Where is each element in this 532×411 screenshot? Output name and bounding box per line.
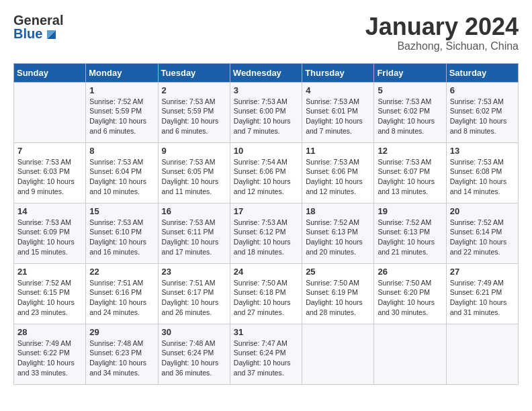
calendar-cell: 8Sunrise: 7:53 AM Sunset: 6:04 PM Daylig… xyxy=(86,142,158,203)
day-number: 20 xyxy=(450,206,515,216)
day-number: 7 xyxy=(17,146,82,156)
day-info: Sunrise: 7:47 AM Sunset: 6:24 PM Dayligh… xyxy=(234,338,298,378)
day-info: Sunrise: 7:48 AM Sunset: 6:23 PM Dayligh… xyxy=(89,338,154,378)
calendar-cell: 18Sunrise: 7:52 AM Sunset: 6:13 PM Dayli… xyxy=(302,203,374,263)
day-number: 3 xyxy=(234,85,298,95)
calendar-cell: 2Sunrise: 7:53 AM Sunset: 5:59 PM Daylig… xyxy=(158,82,230,142)
calendar-cell: 16Sunrise: 7:53 AM Sunset: 6:11 PM Dayli… xyxy=(158,203,230,263)
day-info: Sunrise: 7:53 AM Sunset: 6:07 PM Dayligh… xyxy=(378,157,442,197)
calendar-cell: 3Sunrise: 7:53 AM Sunset: 6:00 PM Daylig… xyxy=(230,82,302,142)
day-number: 1 xyxy=(89,85,154,95)
location: Bazhong, Sichuan, China xyxy=(365,40,519,52)
day-info: Sunrise: 7:53 AM Sunset: 6:01 PM Dayligh… xyxy=(306,97,370,136)
day-number: 16 xyxy=(162,206,226,216)
day-number: 28 xyxy=(17,327,82,337)
day-info: Sunrise: 7:50 AM Sunset: 6:18 PM Dayligh… xyxy=(234,278,298,318)
month-title: January 2024 xyxy=(365,13,519,40)
day-number: 4 xyxy=(306,85,370,95)
day-number: 22 xyxy=(89,267,154,277)
calendar-cell: 13Sunrise: 7:53 AM Sunset: 6:08 PM Dayli… xyxy=(446,142,518,203)
day-number: 14 xyxy=(17,206,82,216)
day-number: 10 xyxy=(234,146,298,156)
calendar-cell: 23Sunrise: 7:51 AM Sunset: 6:17 PM Dayli… xyxy=(158,263,230,324)
day-info: Sunrise: 7:52 AM Sunset: 6:15 PM Dayligh… xyxy=(17,278,82,318)
day-number: 29 xyxy=(89,327,154,337)
day-info: Sunrise: 7:53 AM Sunset: 6:12 PM Dayligh… xyxy=(234,218,298,257)
day-number: 21 xyxy=(17,267,82,277)
day-number: 8 xyxy=(89,146,154,156)
day-number: 26 xyxy=(378,267,442,277)
calendar-cell xyxy=(14,82,86,142)
calendar-cell: 31Sunrise: 7:47 AM Sunset: 6:24 PM Dayli… xyxy=(230,324,302,384)
week-row-4: 21Sunrise: 7:52 AM Sunset: 6:15 PM Dayli… xyxy=(14,263,519,324)
calendar-cell xyxy=(446,324,518,384)
day-info: Sunrise: 7:53 AM Sunset: 6:09 PM Dayligh… xyxy=(17,218,82,257)
calendar-cell: 1Sunrise: 7:52 AM Sunset: 5:59 PM Daylig… xyxy=(86,82,158,142)
calendar-cell: 21Sunrise: 7:52 AM Sunset: 6:15 PM Dayli… xyxy=(14,263,86,324)
week-row-5: 28Sunrise: 7:49 AM Sunset: 6:22 PM Dayli… xyxy=(14,324,519,384)
calendar-cell: 27Sunrise: 7:49 AM Sunset: 6:21 PM Dayli… xyxy=(446,263,518,324)
header-cell-wednesday: Wednesday xyxy=(230,63,302,82)
day-number: 5 xyxy=(378,85,442,95)
day-info: Sunrise: 7:53 AM Sunset: 6:03 PM Dayligh… xyxy=(17,157,82,197)
day-info: Sunrise: 7:49 AM Sunset: 6:22 PM Dayligh… xyxy=(17,338,82,378)
day-info: Sunrise: 7:52 AM Sunset: 6:13 PM Dayligh… xyxy=(378,218,442,257)
day-number: 30 xyxy=(162,327,226,337)
day-info: Sunrise: 7:50 AM Sunset: 6:20 PM Dayligh… xyxy=(378,278,442,318)
calendar-cell xyxy=(302,324,374,384)
calendar-table: SundayMondayTuesdayWednesdayThursdayFrid… xyxy=(13,63,519,385)
day-info: Sunrise: 7:53 AM Sunset: 6:02 PM Dayligh… xyxy=(450,97,515,136)
calendar-cell: 5Sunrise: 7:53 AM Sunset: 6:02 PM Daylig… xyxy=(374,82,446,142)
day-info: Sunrise: 7:53 AM Sunset: 5:59 PM Dayligh… xyxy=(162,97,226,136)
day-number: 2 xyxy=(162,85,226,95)
day-info: Sunrise: 7:54 AM Sunset: 6:06 PM Dayligh… xyxy=(234,157,298,197)
calendar-cell: 24Sunrise: 7:50 AM Sunset: 6:18 PM Dayli… xyxy=(230,263,302,324)
day-info: Sunrise: 7:53 AM Sunset: 6:06 PM Dayligh… xyxy=(306,157,370,197)
calendar-cell: 26Sunrise: 7:50 AM Sunset: 6:20 PM Dayli… xyxy=(374,263,446,324)
logo-text-blue: Blue xyxy=(13,27,42,40)
title-block: January 2024 Bazhong, Sichuan, China xyxy=(365,13,519,52)
day-number: 23 xyxy=(162,267,226,277)
day-info: Sunrise: 7:53 AM Sunset: 6:02 PM Dayligh… xyxy=(378,97,442,136)
day-info: Sunrise: 7:51 AM Sunset: 6:16 PM Dayligh… xyxy=(89,278,154,318)
calendar-cell: 11Sunrise: 7:53 AM Sunset: 6:06 PM Dayli… xyxy=(302,142,374,203)
calendar-cell: 25Sunrise: 7:50 AM Sunset: 6:19 PM Dayli… xyxy=(302,263,374,324)
calendar-header: SundayMondayTuesdayWednesdayThursdayFrid… xyxy=(14,63,519,82)
day-number: 19 xyxy=(378,206,442,216)
day-info: Sunrise: 7:53 AM Sunset: 6:08 PM Dayligh… xyxy=(450,157,515,197)
header-cell-thursday: Thursday xyxy=(302,63,374,82)
calendar-cell: 10Sunrise: 7:54 AM Sunset: 6:06 PM Dayli… xyxy=(230,142,302,203)
calendar-cell: 15Sunrise: 7:53 AM Sunset: 6:10 PM Dayli… xyxy=(86,203,158,263)
logo-icon xyxy=(44,27,56,39)
day-info: Sunrise: 7:53 AM Sunset: 6:11 PM Dayligh… xyxy=(162,218,226,257)
calendar-body: 1Sunrise: 7:52 AM Sunset: 5:59 PM Daylig… xyxy=(14,82,519,384)
calendar-cell: 6Sunrise: 7:53 AM Sunset: 6:02 PM Daylig… xyxy=(446,82,518,142)
calendar-cell: 14Sunrise: 7:53 AM Sunset: 6:09 PM Dayli… xyxy=(14,203,86,263)
calendar-cell: 28Sunrise: 7:49 AM Sunset: 6:22 PM Dayli… xyxy=(14,324,86,384)
header-cell-monday: Monday xyxy=(86,63,158,82)
day-info: Sunrise: 7:52 AM Sunset: 5:59 PM Dayligh… xyxy=(89,97,154,136)
day-number: 12 xyxy=(378,146,442,156)
logo: General Blue xyxy=(13,13,63,40)
week-row-3: 14Sunrise: 7:53 AM Sunset: 6:09 PM Dayli… xyxy=(14,203,519,263)
calendar-cell: 9Sunrise: 7:53 AM Sunset: 6:05 PM Daylig… xyxy=(158,142,230,203)
day-number: 25 xyxy=(306,267,370,277)
calendar-cell: 12Sunrise: 7:53 AM Sunset: 6:07 PM Dayli… xyxy=(374,142,446,203)
day-info: Sunrise: 7:53 AM Sunset: 6:04 PM Dayligh… xyxy=(89,157,154,197)
calendar-cell xyxy=(374,324,446,384)
day-info: Sunrise: 7:49 AM Sunset: 6:21 PM Dayligh… xyxy=(450,278,515,318)
day-number: 9 xyxy=(162,146,226,156)
header-cell-friday: Friday xyxy=(374,63,446,82)
page-header: General Blue January 2024 Bazhong, Sichu… xyxy=(13,13,519,52)
header-cell-sunday: Sunday xyxy=(14,63,86,82)
day-info: Sunrise: 7:53 AM Sunset: 6:05 PM Dayligh… xyxy=(162,157,226,197)
day-info: Sunrise: 7:53 AM Sunset: 6:00 PM Dayligh… xyxy=(234,97,298,136)
day-number: 18 xyxy=(306,206,370,216)
day-info: Sunrise: 7:50 AM Sunset: 6:19 PM Dayligh… xyxy=(306,278,370,318)
calendar-cell: 7Sunrise: 7:53 AM Sunset: 6:03 PM Daylig… xyxy=(14,142,86,203)
calendar-cell: 20Sunrise: 7:52 AM Sunset: 6:14 PM Dayli… xyxy=(446,203,518,263)
day-number: 6 xyxy=(450,85,515,95)
day-number: 13 xyxy=(450,146,515,156)
day-info: Sunrise: 7:48 AM Sunset: 6:24 PM Dayligh… xyxy=(162,338,226,378)
day-number: 11 xyxy=(306,146,370,156)
